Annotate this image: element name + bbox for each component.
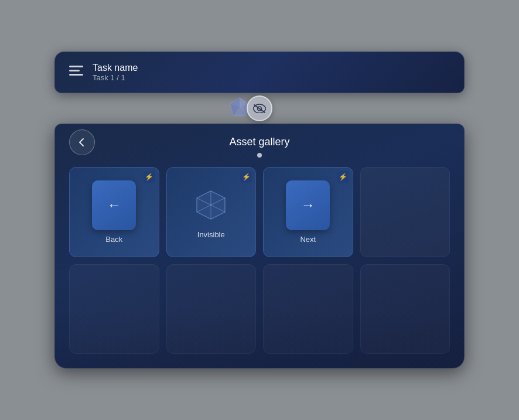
- back-card-shape: ←: [92, 180, 136, 230]
- task-subtitle: Task 1 / 1: [93, 73, 138, 82]
- svg-line-10: [254, 105, 265, 112]
- gallery-item-back[interactable]: ⚡ ← Back: [69, 167, 159, 257]
- back-button[interactable]: [69, 129, 95, 155]
- lightning-badge-back: ⚡: [144, 171, 155, 183]
- gallery-item-empty-2: [69, 264, 159, 354]
- cube-container: [190, 185, 231, 226]
- next-item-label: Next: [300, 235, 316, 244]
- gallery-header: Asset gallery: [69, 136, 450, 148]
- eye-icon: [253, 104, 266, 113]
- lightning-badge-invisible: ⚡: [240, 171, 252, 183]
- svg-rect-0: [69, 66, 83, 67]
- gallery-item-empty-3: [166, 264, 257, 354]
- gallery-item-invisible[interactable]: ⚡: [166, 167, 257, 257]
- cube-icon: [191, 185, 231, 225]
- gallery-title: Asset gallery: [229, 136, 289, 148]
- gallery-grid-row2: [69, 264, 450, 354]
- gallery-panel: Asset gallery ⚡ ← Back ⚡: [54, 124, 465, 368]
- next-card-shape: →: [286, 180, 330, 230]
- back-arrow-icon: [77, 138, 87, 147]
- eye-button[interactable]: [247, 95, 272, 121]
- next-arrow-symbol: →: [301, 197, 315, 213]
- svg-rect-1: [69, 70, 80, 71]
- lightning-badge-next: ⚡: [337, 171, 349, 183]
- svg-rect-2: [69, 74, 83, 76]
- gallery-grid-row1: ⚡ ← Back ⚡: [69, 167, 450, 257]
- gallery-item-empty-4: [263, 264, 353, 354]
- gallery-item-empty-5: [360, 264, 450, 354]
- gallery-item-next[interactable]: ⚡ → Next: [263, 167, 353, 257]
- task-info: Task name Task 1 / 1: [93, 63, 138, 82]
- menu-icon: [69, 66, 83, 80]
- pagination-dot: [257, 153, 262, 158]
- back-arrow-symbol: ←: [107, 197, 121, 213]
- back-item-label: Back: [105, 235, 122, 244]
- gallery-item-empty-1: [360, 167, 450, 257]
- eye-button-wrapper: [247, 95, 272, 121]
- main-container: Task name Task 1 / 1: [49, 52, 470, 368]
- invisible-item-label: Invisible: [197, 230, 225, 239]
- task-name: Task name: [93, 63, 138, 73]
- connector-area: [49, 93, 470, 124]
- task-panel: Task name Task 1 / 1: [54, 52, 465, 93]
